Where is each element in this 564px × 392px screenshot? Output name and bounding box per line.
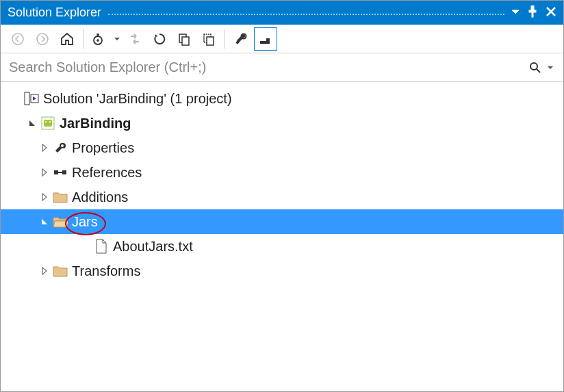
toolbar-separator (83, 29, 84, 49)
jars-folder-node[interactable]: Jars (1, 209, 563, 234)
transforms-folder-node[interactable]: Transforms (1, 259, 563, 283)
additions-folder-node[interactable]: Additions (1, 185, 563, 209)
additions-label: Additions (69, 190, 128, 205)
references-icon (51, 167, 69, 178)
solution-label: Solution 'JarBinding' (1 project) (40, 91, 232, 107)
close-icon[interactable] (546, 6, 556, 19)
preview-button[interactable] (254, 27, 277, 51)
search-icon-button[interactable] (525, 62, 546, 74)
svg-rect-23 (62, 170, 66, 174)
forward-button[interactable] (31, 27, 54, 51)
folder-icon (51, 191, 69, 203)
properties-button[interactable] (229, 27, 253, 51)
search-dropdown[interactable] (546, 64, 555, 71)
svg-point-19 (45, 121, 47, 122)
arrow-open-icon[interactable] (38, 218, 51, 226)
aboutjars-file-node[interactable]: AboutJars.txt (1, 234, 563, 259)
references-node[interactable]: References (1, 160, 563, 185)
jars-label: Jars (69, 214, 98, 230)
titlebar: Solution Explorer (1, 1, 563, 25)
svg-rect-7 (182, 37, 189, 45)
arrow-closed-icon[interactable] (38, 267, 51, 275)
project-label: JarBinding (57, 116, 131, 131)
arrow-closed-icon[interactable] (38, 144, 51, 152)
aboutjars-label: AboutJars.txt (110, 239, 193, 254)
show-all-files-button[interactable] (197, 27, 220, 51)
svg-rect-13 (266, 38, 270, 41)
svg-rect-9 (207, 37, 214, 45)
arrow-closed-icon[interactable] (38, 193, 51, 201)
svg-rect-22 (54, 170, 58, 174)
wrench-icon (51, 141, 69, 155)
toolbar (1, 25, 563, 53)
svg-rect-0 (531, 5, 534, 10)
titlebar-grip (108, 14, 504, 15)
arrow-open-icon[interactable] (25, 119, 39, 127)
properties-node[interactable]: Properties (1, 135, 563, 160)
solution-icon (23, 92, 40, 105)
panel-title: Solution Explorer (8, 5, 101, 20)
references-label: References (69, 165, 142, 181)
svg-point-14 (530, 63, 537, 70)
home-button[interactable] (55, 27, 79, 51)
dropdown-icon[interactable] (511, 8, 520, 18)
toolbar-separator (225, 29, 225, 49)
folder-icon (51, 265, 69, 277)
sync-button[interactable] (123, 27, 146, 51)
svg-point-4 (37, 34, 48, 44)
svg-point-21 (61, 144, 64, 147)
svg-point-3 (12, 34, 23, 44)
android-project-icon (39, 116, 57, 131)
solution-tree: Solution 'JarBinding' (1 project) JarBin… (1, 82, 563, 283)
svg-rect-15 (25, 92, 29, 105)
svg-rect-12 (260, 41, 270, 44)
properties-label: Properties (69, 140, 134, 156)
solution-node[interactable]: Solution 'JarBinding' (1 project) (1, 86, 563, 111)
arrow-closed-icon[interactable] (38, 168, 51, 177)
pin-icon[interactable] (528, 5, 537, 20)
svg-rect-2 (532, 12, 533, 17)
svg-rect-18 (44, 120, 52, 127)
collapse-all-button[interactable] (172, 27, 196, 51)
scope-dropdown[interactable] (112, 36, 122, 42)
folder-open-icon (51, 215, 69, 228)
file-icon (92, 239, 110, 254)
project-node[interactable]: JarBinding (1, 111, 563, 135)
svg-point-20 (49, 121, 51, 122)
transforms-label: Transforms (69, 263, 140, 279)
search-input[interactable] (9, 60, 525, 75)
search-bar (1, 53, 563, 82)
scope-button[interactable] (88, 27, 111, 51)
refresh-button[interactable] (148, 27, 171, 51)
back-button[interactable] (6, 27, 29, 51)
